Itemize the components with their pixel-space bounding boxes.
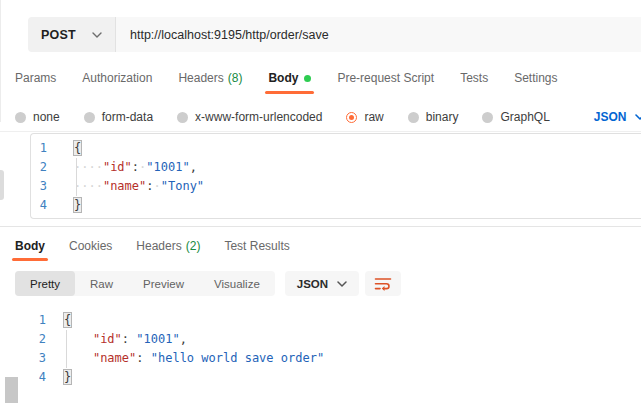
- tab-authorization[interactable]: Authorization: [82, 71, 152, 85]
- chevron-down-icon: [337, 281, 347, 287]
- radio-icon: [177, 112, 188, 123]
- body-type-binary[interactable]: binary: [408, 110, 459, 124]
- tab-params[interactable]: Params: [15, 71, 56, 85]
- code-line: 3····"name":·"Tony": [31, 177, 641, 196]
- line-number: 4: [31, 196, 47, 215]
- indent-guide: [76, 158, 77, 196]
- method-selector[interactable]: POST: [28, 17, 116, 52]
- indent-guide: [66, 330, 67, 368]
- response-tab-body[interactable]: Body: [15, 239, 45, 253]
- view-mode-pretty[interactable]: Pretty: [15, 271, 75, 296]
- line-number: 4: [30, 368, 46, 387]
- line-number: 1: [30, 311, 46, 330]
- view-mode-visualize[interactable]: Visualize: [199, 271, 275, 296]
- tab-settings[interactable]: Settings: [514, 71, 557, 85]
- method-label: POST: [41, 28, 76, 42]
- panel-left-border: [0, 0, 1, 122]
- line-number: 3: [30, 349, 46, 368]
- radio-icon: [84, 112, 95, 123]
- body-modified-dot: [304, 75, 311, 82]
- response-body-editor[interactable]: 1{2 "id": "1001",3 "name": "hello world …: [30, 306, 641, 390]
- code-line: 1{: [30, 311, 641, 330]
- line-number: 1: [31, 139, 47, 158]
- request-tabs: Params Authorization Headers(8) Body Pre…: [15, 62, 641, 94]
- chevron-down-icon: [635, 114, 641, 120]
- body-type-graphql[interactable]: GraphQL: [482, 110, 549, 124]
- view-mode-group: Pretty Raw Preview Visualize: [15, 271, 275, 296]
- response-headers-count-badge: (2): [186, 239, 201, 253]
- request-body-editor[interactable]: 1{2····"id":·"1001",3····"name":·"Tony"4…: [30, 133, 641, 219]
- code-line: 3 "name": "hello world save order": [30, 349, 641, 368]
- code-line: 1{: [31, 139, 641, 158]
- line-number: 2: [30, 330, 46, 349]
- body-type-raw[interactable]: raw: [346, 110, 383, 124]
- tab-pre-request-script[interactable]: Pre-request Script: [337, 71, 434, 85]
- response-tab-cookies[interactable]: Cookies: [69, 239, 112, 253]
- tab-headers[interactable]: Headers(8): [178, 71, 242, 85]
- radio-selected-icon: [346, 112, 357, 123]
- radio-icon: [482, 112, 493, 123]
- wrap-text-button[interactable]: [365, 271, 401, 296]
- response-toolbar: Pretty Raw Preview Visualize JSON: [15, 271, 401, 296]
- code-line: 2····"id":·"1001",: [31, 158, 641, 177]
- headers-count-badge: (8): [228, 71, 243, 85]
- body-type-none[interactable]: none: [15, 110, 60, 124]
- view-mode-raw[interactable]: Raw: [75, 271, 128, 296]
- code-line: 2 "id": "1001",: [30, 330, 641, 349]
- radio-icon: [15, 112, 26, 123]
- line-number: 2: [31, 158, 47, 177]
- pane-drag-handle[interactable]: [0, 170, 4, 200]
- response-section-divider: [0, 226, 641, 227]
- response-tabs: Body Cookies Headers(2) Test Results: [15, 232, 641, 260]
- raw-language-selector[interactable]: JSON: [594, 110, 641, 124]
- response-tab-headers[interactable]: Headers(2): [136, 239, 200, 253]
- request-url-bar: POST http://localhost:9195/http/order/sa…: [28, 17, 641, 52]
- body-type-form-data[interactable]: form-data: [84, 110, 153, 124]
- code-line: 4}: [31, 196, 641, 215]
- view-mode-preview[interactable]: Preview: [128, 271, 199, 296]
- code-line: 4}: [30, 368, 641, 387]
- radio-icon: [408, 112, 419, 123]
- section-divider: [0, 131, 641, 132]
- line-number: 3: [31, 177, 47, 196]
- text-wrap-icon: [374, 277, 392, 291]
- response-format-selector[interactable]: JSON: [285, 271, 359, 296]
- tab-body[interactable]: Body: [268, 71, 311, 85]
- url-input[interactable]: http://localhost:9195/http/order/save: [116, 17, 641, 52]
- scrollbar-thumb[interactable]: [5, 377, 18, 403]
- body-type-x-www-form-urlencoded[interactable]: x-www-form-urlencoded: [177, 110, 322, 124]
- body-type-row: none form-data x-www-form-urlencoded raw…: [15, 103, 641, 131]
- tab-tests[interactable]: Tests: [460, 71, 488, 85]
- response-tab-test-results[interactable]: Test Results: [224, 239, 289, 253]
- chevron-down-icon: [92, 32, 102, 38]
